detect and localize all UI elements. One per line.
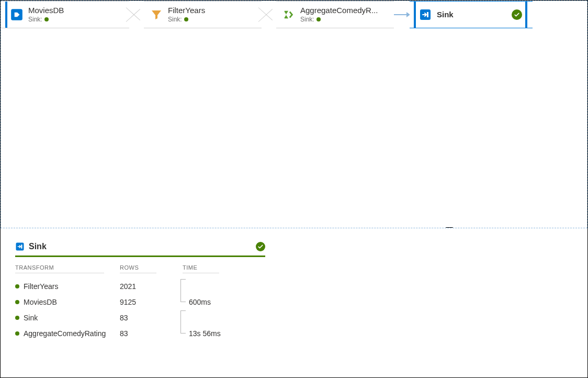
node-sub-text: Sink: [28, 16, 42, 24]
status-dot-icon [44, 17, 49, 21]
success-icon [256, 242, 265, 251]
node-sub-text: Sink: [300, 16, 314, 24]
panel-title: Sink [29, 242, 47, 251]
status-dot-icon [15, 300, 19, 304]
source-icon [9, 7, 24, 22]
row-name-text: FilterYears [24, 282, 58, 291]
col-time: TIME [183, 262, 219, 273]
row-time: 600ms [183, 298, 256, 306]
row-count: 83 [120, 314, 183, 322]
node-label-block: Sink [437, 10, 454, 20]
transform-name: Sink [15, 314, 120, 322]
success-icon [512, 9, 522, 20]
table-row: AggregateComedyRating 83 13s 56ms [15, 326, 265, 341]
node-title: FilterYears [168, 6, 205, 16]
node-title: AggregateComedyR... [300, 6, 378, 16]
node-label-block: MoviesDB Sink: [28, 6, 64, 24]
transform-name: MoviesDB [15, 298, 120, 306]
row-count: 9125 [120, 298, 183, 306]
chevron-connector [129, 1, 144, 28]
dataflow-canvas[interactable]: MoviesDB Sink: FilterYears Sink: [1, 1, 587, 228]
row-name-text: MoviesDB [24, 298, 57, 306]
node-sink[interactable]: Sink [410, 1, 533, 28]
status-dot-icon [15, 316, 19, 320]
row-time: 13s 56ms [183, 329, 256, 338]
status-dot-icon [184, 17, 188, 21]
selected-marker-right [525, 2, 527, 28]
flow-arrow [394, 1, 410, 28]
status-dot-icon [15, 284, 19, 288]
panel-header: Sink [15, 242, 265, 257]
node-moviesdb[interactable]: MoviesDB Sink: [1, 1, 129, 28]
node-subtitle: Sink: [168, 16, 205, 24]
status-dot-icon [316, 17, 321, 21]
node-subtitle: Sink: [28, 16, 64, 24]
row-name-text: AggregateComedyRating [24, 329, 106, 338]
chevron-connector [262, 1, 276, 28]
selected-marker-left [414, 2, 416, 28]
node-sub-text: Sink: [168, 16, 182, 24]
column-headers: TRANSFORM ROWS TIME [15, 262, 265, 273]
sink-panel: Sink TRANSFORM ROWS TIME FilterYears 202… [15, 242, 265, 341]
selected-marker-left [5, 2, 7, 28]
table-row: MoviesDB 9125 600ms [15, 294, 265, 310]
node-filteryears[interactable]: FilterYears Sink: [144, 1, 262, 28]
sink-icon [15, 242, 25, 251]
table-row: Sink 83 [15, 310, 265, 326]
row-name-text: Sink [24, 314, 38, 322]
node-label-block: AggregateComedyR... Sink: [300, 6, 378, 24]
col-rows: ROWS [120, 262, 156, 273]
node-aggregate[interactable]: AggregateComedyR... Sink: [276, 1, 394, 28]
status-dot-icon [15, 331, 19, 336]
filter-icon [149, 7, 164, 22]
sink-icon [418, 7, 433, 22]
node-title: Sink [437, 10, 454, 20]
svg-rect-4 [21, 244, 22, 249]
row-time-text: 13s 56ms [189, 329, 221, 338]
row-count: 2021 [120, 282, 183, 291]
node-label-block: FilterYears Sink: [168, 6, 205, 24]
transform-name: FilterYears [15, 282, 120, 291]
row-time-text: 600ms [189, 298, 211, 306]
resize-grip[interactable] [446, 227, 453, 228]
table-row: FilterYears 2021 [15, 279, 265, 294]
node-title: MoviesDB [28, 6, 64, 16]
svg-rect-2 [427, 12, 428, 17]
details-pane: Sink TRANSFORM ROWS TIME FilterYears 202… [1, 228, 587, 347]
node-subtitle: Sink: [300, 16, 378, 24]
aggregate-icon [281, 7, 296, 22]
transform-name: AggregateComedyRating [15, 329, 120, 338]
pipeline-row: MoviesDB Sink: FilterYears Sink: [1, 1, 587, 28]
col-transform: TRANSFORM [15, 262, 104, 273]
row-count: 83 [120, 329, 183, 338]
result-rows: FilterYears 2021 MoviesDB 9125 600ms Sin… [15, 279, 265, 341]
